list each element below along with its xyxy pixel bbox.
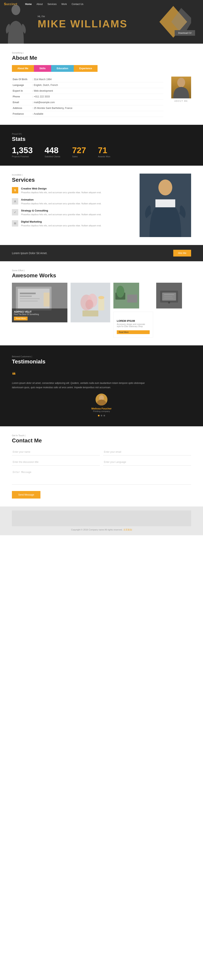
svg-rect-11 (20, 296, 32, 297)
svg-rect-25 (127, 294, 137, 302)
service-animation-icon: A (12, 198, 18, 205)
service-animation: A Animation Phasellus dapibus felis elis… (12, 198, 132, 205)
tab-about-me[interactable]: About Me (12, 65, 34, 72)
contact-name-input[interactable] (12, 449, 100, 455)
stat-projects: 1,353 Projects Finished (12, 146, 33, 158)
services-list: Incredible | Services S Creative Web Des… (12, 173, 132, 237)
nav-home[interactable]: Home (25, 3, 32, 6)
hero-content: Hi, I'm MIKE WILLIAMS (8, 15, 128, 29)
service-strategy: ✓ Strategy & Consulting Phasellus dapibu… (12, 209, 132, 216)
work-image-2 (71, 283, 110, 322)
work-item-info: LOREM IPSUM Accessory design and corpora… (113, 312, 153, 337)
testimonials-section-label: Beloved Customers | (12, 355, 191, 358)
contact-language-input[interactable] (103, 459, 191, 466)
work-readmore-1[interactable]: Read More (14, 317, 27, 320)
work-column-right: LOREM IPSUM Accessory design and corpora… (113, 283, 153, 337)
service-animation-content: Animation Phasellus dapibus felis elis, … (21, 198, 101, 205)
stat-clients-label: Satisfied Clients (44, 155, 60, 158)
stat-sales-label: Sales (72, 155, 86, 158)
work-item-3[interactable] (113, 283, 139, 309)
testimonial-role: Printing company (93, 410, 110, 412)
testimonial-dots (98, 415, 105, 417)
hire-button[interactable]: Hire Me (173, 250, 191, 256)
about-email-value: : mail@example.com (32, 100, 163, 105)
services-section-label: Incredible | (12, 173, 132, 176)
about-freelance-row: Freelance : Available (12, 111, 163, 117)
svg-point-29 (168, 302, 170, 304)
footer: Copyright © 2016 Company name All rights… (0, 506, 203, 535)
testimonial-avatar-svg (95, 394, 108, 406)
stat-awards-label: Awards Won (98, 155, 110, 158)
send-message-button[interactable]: Send Message (12, 491, 40, 498)
stat-sales-number: 727 (72, 146, 86, 154)
work-item-1[interactable]: ADIPISCI VELIT Find The Best Of Somethin… (12, 283, 67, 322)
service-marketing-icon: M (12, 220, 18, 227)
work-subtitle-1: Find The Best Of Something (14, 313, 65, 315)
contact-message-textarea[interactable] (12, 469, 191, 485)
services-section: Incredible | Services S Creative Web Des… (0, 165, 203, 245)
work-info-desc: Accessory design and corporate style for… (117, 323, 150, 328)
nav-contact[interactable]: Contact Us (71, 3, 83, 6)
nav-logo-accent: S (4, 2, 6, 6)
service-strategy-icon: ✓ (12, 209, 18, 215)
contact-section: Get In Touch | Contact Me Send Message (0, 426, 203, 506)
about-dob-value: : 31st March 1984 (32, 76, 163, 82)
work-image-4 (156, 283, 182, 309)
services-section-title: Services (12, 177, 132, 183)
nav-links: Home About Services Work Contact Us (25, 3, 84, 6)
about-content: Date Of Birth : 31st March 1984 Language… (12, 76, 191, 117)
work-item-4[interactable] (156, 283, 182, 309)
testimonials-section: Beloved Customers | Testimonials ❝ Lorem… (0, 345, 203, 426)
stat-clients: 448 Satisfied Clients (44, 146, 60, 158)
about-address-label: Address (12, 105, 32, 111)
testimonial-dot-1[interactable] (98, 415, 100, 417)
about-avatar (171, 76, 191, 99)
about-freelance-value: : Available (32, 111, 163, 117)
footer-link[interactable]: 主页策划 (123, 528, 132, 531)
service-animation-desc: Phasellus dapibus felis elis, sed accums… (21, 202, 101, 205)
service-marketing-content: Digital Marketing Phasellus dapibus feli… (21, 220, 101, 228)
testimonial-dot-2[interactable] (101, 415, 102, 417)
nav-logo: Succinct (4, 2, 17, 6)
about-photo-label: ABOUT ME (174, 100, 188, 102)
contact-title-input[interactable] (12, 459, 100, 466)
about-photo: ABOUT ME (171, 76, 191, 117)
testimonial-name: Melissa Foucher (91, 407, 112, 410)
nav-services[interactable]: Services (48, 3, 57, 6)
work-item-2[interactable] (71, 283, 110, 322)
about-phone-value: : +011 222 3333 (32, 94, 163, 100)
service-web-icon: S (12, 187, 18, 193)
about-address-row: Address : 25 Montée Saint Barthélemy, Fr… (12, 105, 163, 111)
service-marketing-title: Digital Marketing (21, 220, 101, 223)
contact-email-input[interactable] (103, 449, 191, 455)
service-strategy-desc: Phasellus dapibus felis elis, sed accums… (21, 213, 101, 216)
tab-skills[interactable]: Skills (34, 65, 51, 72)
stat-awards: 71 Awards Won (98, 146, 110, 158)
about-dob-row: Date Of Birth : 31st March 1984 (12, 76, 163, 82)
service-web-design: S Creative Web Design Phasellus dapibus … (12, 187, 132, 194)
footer-map-placeholder (12, 511, 191, 526)
works-grid: ADIPISCI VELIT Find The Best Of Somethin… (12, 283, 191, 337)
nav-about[interactable]: About (36, 3, 43, 6)
about-dob-label: Date Of Birth (12, 76, 32, 82)
service-web-desc: Phasellus dapibus felis elis, sed accums… (21, 191, 101, 194)
services-person-image (140, 173, 191, 237)
about-phone-row: Phone : +011 222 3333 (12, 94, 163, 100)
svg-rect-14 (44, 293, 49, 307)
stats-section-label: Proud Of | (12, 133, 191, 135)
works-section-title: Awesome Works (12, 272, 191, 279)
about-phone-label: Phone (12, 94, 32, 100)
tab-experience[interactable]: Experience (74, 65, 98, 72)
testimonial-dot-3[interactable] (103, 415, 105, 417)
about-section: Something | About Me About Me Skills Edu… (0, 44, 203, 125)
svg-rect-10 (20, 293, 36, 294)
about-details-table: Date Of Birth : 31st March 1984 Language… (12, 76, 163, 117)
download-cv-button[interactable]: Download CV (174, 30, 195, 36)
testimonial-quote-icon: ❝ (12, 371, 191, 379)
tab-education[interactable]: Education (51, 65, 74, 72)
nav-work[interactable]: Work (61, 3, 67, 6)
stats-section-title: Stats (12, 136, 191, 142)
work-readmore-info[interactable]: Read More (117, 330, 150, 334)
about-language-value: : English, Dutch, French (32, 82, 163, 88)
svg-point-24 (116, 286, 124, 298)
